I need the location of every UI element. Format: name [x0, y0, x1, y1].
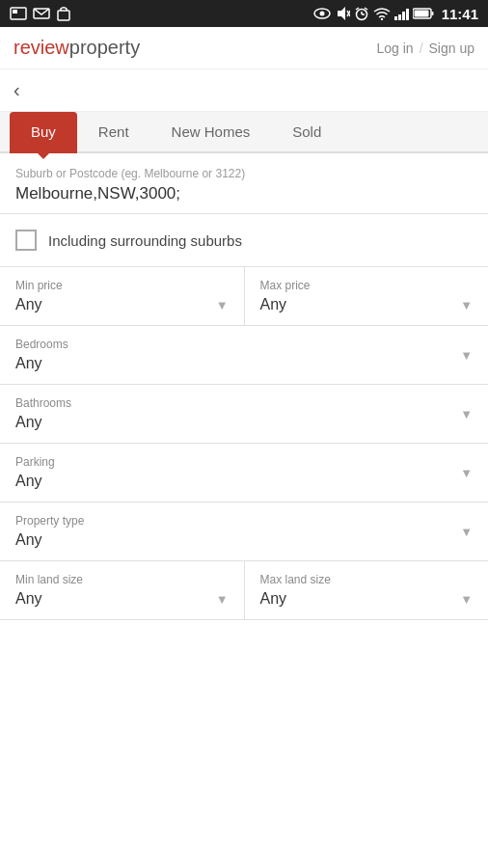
search-label: Suburb or Postcode (eg. Melbourne or 312… — [15, 167, 473, 180]
content: Suburb or Postcode (eg. Melbourne or 312… — [0, 153, 488, 620]
min-land-size-label: Min land size — [15, 573, 229, 586]
min-price-chevron: ▼ — [216, 298, 229, 312]
max-land-size-value: Any — [260, 590, 287, 608]
land-size-filter-row: Min land size Any ▼ Max land size Any ▼ — [0, 561, 488, 620]
bedrooms-value: Any — [15, 355, 460, 372]
tab-buy[interactable]: Buy — [10, 112, 77, 153]
top-nav: reviewproperty Log in / Sign up — [0, 27, 488, 69]
tab-bar: Buy Rent New Homes Sold — [0, 112, 488, 153]
logo-review: review — [14, 37, 69, 58]
tab-rent[interactable]: Rent — [77, 112, 150, 151]
max-price-cell[interactable]: Max price Any ▼ — [245, 267, 489, 325]
bathrooms-label: Bathrooms — [15, 396, 460, 410]
signup-link[interactable]: Sign up — [429, 41, 474, 56]
mute-icon — [335, 6, 350, 21]
gallery-icon — [10, 7, 27, 20]
min-land-size-value: Any — [15, 590, 42, 608]
bathrooms-value: Any — [15, 414, 460, 431]
svg-line-13 — [365, 8, 367, 10]
auth-divider: / — [420, 41, 423, 56]
bedrooms-label: Bedrooms — [15, 338, 460, 351]
svg-point-14 — [380, 18, 382, 20]
svg-rect-0 — [11, 8, 26, 19]
auth-links: Log in / Sign up — [376, 41, 474, 56]
svg-rect-3 — [58, 11, 69, 20]
property-type-filter-row[interactable]: Property type Any ▼ — [0, 502, 488, 561]
parking-value: Any — [15, 473, 460, 490]
max-price-chevron: ▼ — [460, 298, 473, 312]
surrounding-suburbs-checkbox[interactable] — [15, 230, 37, 251]
wifi-icon — [373, 7, 391, 20]
status-bar-icons-left — [10, 6, 71, 21]
max-land-size-cell[interactable]: Max land size Any ▼ — [245, 561, 489, 619]
parking-filter-row[interactable]: Parking Any ▼ — [0, 444, 488, 502]
surrounding-suburbs-row[interactable]: Including surrounding suburbs — [0, 214, 488, 267]
back-row: ‹ — [0, 69, 488, 112]
shopping-bag-icon — [56, 6, 71, 21]
min-price-label: Min price — [15, 279, 229, 292]
login-link[interactable]: Log in — [376, 41, 413, 56]
property-type-label: Property type — [15, 514, 460, 528]
property-type-value: Any — [15, 531, 460, 549]
max-land-size-chevron: ▼ — [460, 592, 473, 607]
min-land-size-chevron: ▼ — [216, 592, 229, 607]
max-price-value: Any — [260, 296, 287, 313]
mail-icon — [33, 7, 50, 20]
svg-rect-17 — [431, 12, 433, 15]
tab-sold[interactable]: Sold — [271, 112, 342, 151]
svg-point-5 — [319, 12, 324, 16]
surrounding-suburbs-label: Including surrounding suburbs — [48, 232, 242, 249]
property-type-chevron: ▼ — [460, 525, 473, 539]
bedrooms-chevron: ▼ — [460, 348, 473, 363]
logo: reviewproperty — [14, 37, 140, 59]
bathrooms-filter-row[interactable]: Bathrooms Any ▼ — [0, 385, 488, 444]
bathrooms-chevron: ▼ — [460, 407, 473, 421]
signal-icon — [394, 7, 409, 20]
eye-icon — [313, 7, 331, 20]
tab-new-homes[interactable]: New Homes — [150, 112, 272, 151]
back-button[interactable]: ‹ — [14, 79, 20, 100]
min-price-cell[interactable]: Min price Any ▼ — [0, 267, 245, 325]
max-price-label: Max price — [260, 279, 474, 292]
bedrooms-filter-row[interactable]: Bedrooms Any ▼ — [0, 326, 488, 385]
alarm-icon — [354, 6, 369, 21]
search-section: Suburb or Postcode (eg. Melbourne or 312… — [0, 153, 488, 214]
svg-line-12 — [356, 8, 359, 10]
clock: 11:41 — [442, 6, 478, 22]
min-price-value: Any — [15, 296, 42, 313]
status-bar-right: 11:41 — [313, 6, 478, 22]
logo-property: property — [69, 37, 140, 58]
min-land-size-cell[interactable]: Min land size Any ▼ — [0, 561, 245, 619]
svg-rect-1 — [13, 10, 17, 14]
parking-chevron: ▼ — [460, 466, 473, 480]
status-bar: 11:41 — [0, 0, 488, 27]
search-value[interactable]: Melbourne,NSW,3000; — [15, 184, 473, 203]
svg-marker-6 — [338, 7, 345, 20]
svg-rect-16 — [414, 11, 428, 17]
parking-label: Parking — [15, 455, 460, 469]
battery-icon — [413, 8, 434, 19]
price-filter-row: Min price Any ▼ Max price Any ▼ — [0, 267, 488, 326]
max-land-size-label: Max land size — [260, 573, 474, 586]
